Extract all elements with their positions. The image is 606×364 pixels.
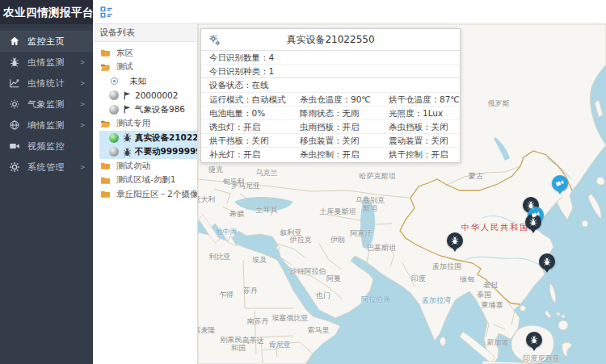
popup-grid-cell: 诱虫灯：开启 (201, 120, 292, 133)
tree-folder[interactable]: 测试勿动 (93, 159, 197, 174)
sidebar-item-label: 系统管理 (27, 161, 65, 174)
popup-grid-cell: 光照度：1Lux (381, 107, 460, 119)
insect-trap-icon (122, 132, 133, 143)
video-icon (9, 140, 20, 152)
tree-item-label: 不要动99999999 (135, 146, 198, 157)
folder-closed-icon (100, 175, 111, 186)
popup-grid-cell: 虫雨挡板：开启 (292, 120, 381, 133)
tree-folder[interactable]: 章丘阳丘区－2个摄像头 (93, 187, 197, 202)
device-info-popup: 真实设备21022550 今日识别数量：4今日识别种类：1设备状态：在线运行模式… (200, 28, 461, 163)
device-list-header: 设备列表 (93, 24, 197, 42)
map-canvas[interactable]: 俄罗斯蒙古哈萨克斯坦乌兹别克斯坦土库曼斯坦阿富汗巴基斯坦伊朗阿曼印度孟加拉国缅甸… (198, 24, 606, 364)
popup-grid-cell: 降雨状态：无雨 (292, 107, 381, 119)
folder-closed-icon (100, 189, 111, 199)
tree-item-label: 20000002 (135, 90, 178, 100)
popup-grid-cell: 补光灯：开启 (201, 148, 292, 161)
folder-open-icon (100, 119, 111, 129)
globe-icon (9, 119, 20, 131)
gear-icon (9, 161, 20, 173)
camera-icon (555, 178, 565, 188)
sidebar-item-4[interactable]: 气象监测> (0, 94, 93, 115)
tree-item-label: 章丘阳丘区－2个摄像头 (116, 189, 198, 200)
gears-icon[interactable] (208, 34, 221, 47)
sidebar-item-label: 虫情监测 (27, 56, 65, 69)
popup-grid-cell: 烘干仓温度：87℃ (381, 93, 460, 106)
sidebar-item-label: 虫情统计 (27, 77, 65, 90)
bug-icon (9, 56, 20, 68)
popup-grid-cell: 杀虫控制：开启 (292, 148, 381, 161)
tree-item-label: 测试专用 (116, 118, 150, 129)
popup-grid-row: 烘干挡板：关闭移虫装置：关闭震动装置：关闭 (201, 134, 460, 148)
folder-open-icon (100, 62, 111, 73)
weather-station-icon (122, 90, 133, 101)
popup-header: 真实设备21022550 (201, 29, 460, 51)
sidebar-item-7[interactable]: 系统管理> (0, 157, 93, 178)
tree-item-label: 测试 (116, 61, 133, 73)
unknown-device-icon (109, 76, 120, 86)
popup-grid-row: 电池电量：0%降雨状态：无雨光照度：1Lux (201, 107, 460, 120)
tree-item-label: 真实设备21022550 (135, 132, 198, 144)
popup-grid-cell: 杀虫仓温度：90℃ (292, 93, 381, 106)
insect-trap-icon (122, 147, 133, 157)
tree-device[interactable]: 真实设备21022550 (99, 131, 197, 145)
layout-list-icon[interactable] (99, 5, 114, 19)
tree-device[interactable]: 20000002 (93, 89, 197, 103)
top-toolbar (93, 0, 606, 24)
popup-grid-row: 运行模式：自动模式杀虫仓温度：90℃烘干仓温度：87℃ (201, 93, 460, 107)
chevron-right-icon: > (81, 121, 85, 129)
popup-grid-cell: 震动装置：关闭 (381, 134, 460, 147)
tree-item-label: 测试区域-勿删1 (116, 174, 175, 186)
popup-stat-row: 今日识别数量：4 (201, 51, 460, 65)
device-list-panel: 设备列表 东区 测试未知20000002气象设备986 测试专用 真实设备210… (93, 24, 198, 364)
tree-device[interactable]: 不要动99999999 (99, 145, 197, 160)
tree-item-label: 气象设备986 (135, 104, 185, 115)
sun-icon (9, 98, 20, 110)
popup-grid-cell: 杀虫挡板：关闭 (381, 120, 460, 133)
bug-icon (542, 257, 552, 266)
bug-icon (450, 236, 460, 245)
sidebar-item-label: 墒情监测 (27, 119, 65, 132)
popup-grid-cell: 运行模式：自动模式 (201, 93, 292, 106)
popup-grid-cell: 电池电量：0% (201, 107, 292, 119)
status-dot-offline (109, 105, 119, 115)
popup-grid-cell: 烘干挡板：关闭 (201, 134, 292, 147)
sidebar-item-label: 视频监控 (27, 140, 65, 153)
app-window: 农业四情测报平台 监控主页 虫情监测>虫情统计> (0, 0, 606, 364)
popup-stat-row: 今日识别种类：1 (201, 65, 460, 78)
camera-device-marker[interactable] (552, 175, 568, 191)
popup-grid-row: 诱虫灯：开启虫雨挡板：开启杀虫挡板：关闭 (201, 120, 460, 134)
sidebar-nav: 监控主页 虫情监测>虫情统计> 气象监测>墒情监测>视频监控 系统管理> (0, 24, 93, 364)
tree-folder[interactable]: 东区 (93, 46, 197, 61)
sidebar-item-label: 监控主页 (27, 36, 65, 48)
chevron-right-icon: > (81, 79, 85, 87)
sidebar-item-6[interactable]: 视频监控 (0, 136, 93, 157)
tree-device[interactable]: 未知 (93, 74, 197, 89)
sidebar-item-1[interactable]: 监控主页 (0, 31, 93, 52)
sidebar-item-5[interactable]: 墒情监测> (0, 115, 93, 136)
sidebar-item-3[interactable]: 虫情统计> (0, 73, 93, 94)
sidebar-item-label: 气象监测 (27, 98, 65, 111)
tree-device[interactable]: 气象设备986 (93, 103, 197, 117)
folder-closed-icon (100, 161, 111, 171)
app-title: 农业四情测报平台 (0, 0, 93, 24)
chart-icon (9, 77, 20, 89)
tree-folder[interactable]: 测试区域-勿删1 (93, 174, 197, 188)
tree-folder[interactable]: 测试 (93, 61, 197, 75)
popup-grid-cell: 移虫装置：关闭 (292, 134, 381, 147)
insect-device-marker[interactable] (539, 253, 555, 270)
weather-station-icon (122, 104, 133, 115)
insect-device-marker[interactable] (447, 232, 463, 249)
popup-grid-row: 补光灯：开启杀虫控制：开启烘干控制：开启 (201, 148, 460, 161)
popup-status-row: 设备状态：在线 (201, 78, 460, 92)
status-dot-online (109, 133, 119, 143)
popup-grid-cell: 烘干控制：开启 (381, 148, 460, 161)
device-tree: 东区 测试未知20000002气象设备986 测试专用 真实设备21022550… (93, 42, 197, 202)
tree-folder[interactable]: 测试专用 (93, 117, 197, 132)
status-dot-offline (109, 90, 119, 100)
bug-icon (528, 217, 538, 227)
status-dot-offline (109, 147, 119, 157)
tree-item-label: 测试勿动 (116, 161, 150, 172)
tree-item-label: 东区 (116, 48, 133, 59)
insect-device-marker[interactable] (526, 332, 542, 348)
sidebar-item-2[interactable]: 虫情监测> (0, 52, 93, 73)
